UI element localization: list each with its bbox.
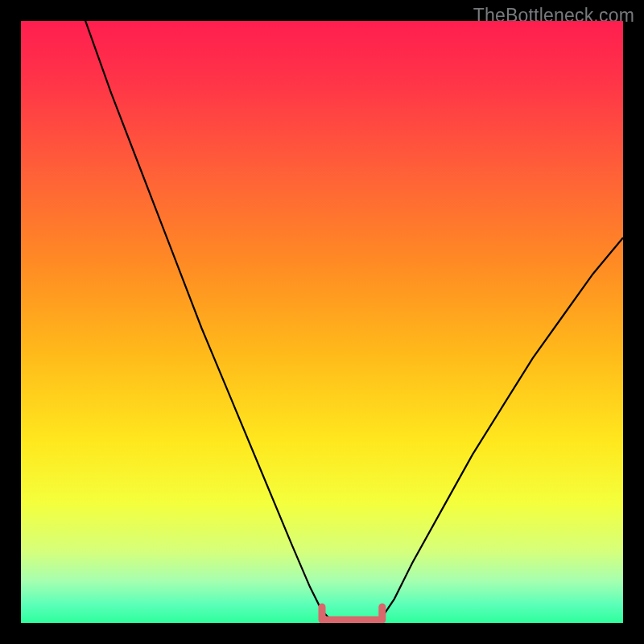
plot-area (21, 21, 623, 623)
curve-layer (21, 21, 623, 623)
chart-frame: TheBottleneck.com (0, 0, 644, 644)
bottleneck-curve (21, 21, 623, 623)
valley-floor-marker (322, 607, 382, 620)
